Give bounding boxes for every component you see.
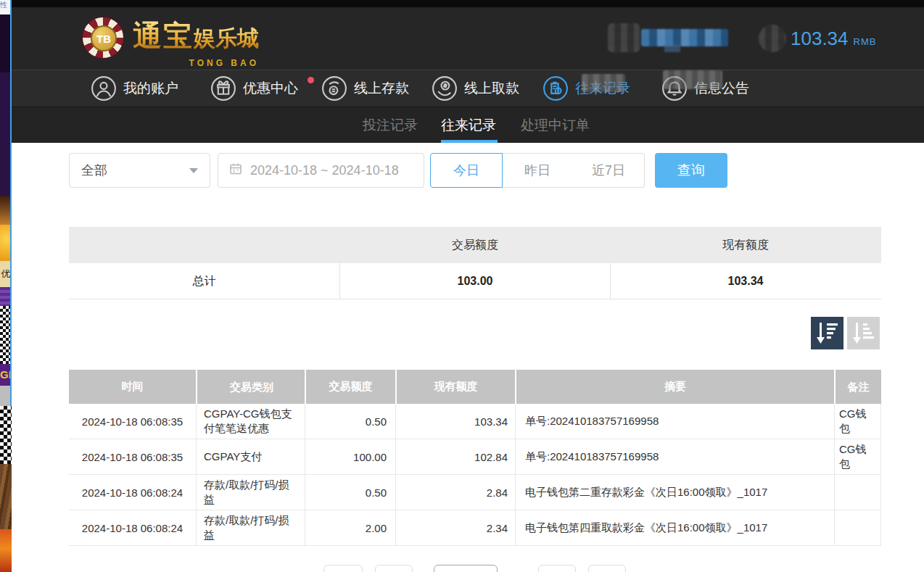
cell-note: CG钱包 (834, 439, 881, 474)
username-blurred-fragment (664, 45, 680, 52)
logo-name-cn-2: 娱乐城 (194, 26, 259, 50)
deposit-icon (321, 75, 347, 101)
summary-table-header: 交易额度 现有额度 (69, 227, 881, 263)
table-row: 2024-10-18 06:08:24 存款/取款/打码/损益 2.00 2.3… (69, 510, 881, 546)
chevron-down-icon (189, 168, 198, 173)
cell-amount: 100.00 (305, 439, 395, 474)
col-header-amount: 交易额度 (305, 370, 395, 404)
pagination-button-prev[interactable] (375, 565, 413, 572)
select-value: 全部 (81, 162, 189, 179)
promo-gift-icon (210, 75, 236, 101)
table-row: 2024-10-18 06:08:35 CGPAY-CG钱包支付笔笔送优惠 0.… (69, 404, 881, 439)
pagination-button-first[interactable] (323, 565, 363, 572)
summary-table-row: 总计 103.00 103.34 (69, 263, 881, 299)
records-icon (543, 75, 569, 101)
balance-amount: 103.34 (791, 28, 849, 50)
tab-transaction-records[interactable]: 往来记录 (441, 116, 496, 135)
table-row: 2024-10-18 06:08:24 存款/取款/打码/损益 0.50 2.8… (69, 475, 881, 510)
nav-label: 优惠中心 (243, 79, 298, 98)
cell-summary: 电子钱包第二重存款彩金《次日16:00领取》_1017 (515, 475, 834, 510)
summary-total-label: 总计 (69, 263, 339, 299)
quick-filter-last7days[interactable]: 近7日 (573, 153, 645, 188)
cell-amount: 2.00 (305, 510, 395, 545)
censor-blur-patch (582, 74, 625, 92)
col-header-summary: 摘要 (515, 370, 834, 404)
col-header-note: 备注 (834, 370, 881, 404)
notification-dot (308, 77, 314, 83)
cell-summary: 单号:202410183757169958 (515, 404, 834, 439)
tab-pending-orders[interactable]: 处理中订单 (521, 116, 590, 135)
balance-currency: RMB (854, 36, 877, 47)
table-row: 2024-10-18 06:08:35 CGPAY支付 100.00 102.8… (69, 439, 881, 475)
top-black-strip (12, 0, 924, 7)
cell-balance: 2.84 (395, 475, 515, 510)
cell-time: 2024-10-18 06:08:35 (69, 439, 196, 474)
account-icon (91, 75, 117, 101)
transaction-type-select[interactable]: 全部 (69, 153, 210, 188)
summary-transaction-total: 103.00 (339, 263, 610, 299)
nav-label: 线上存款 (354, 79, 409, 98)
col-header-type: 交易类别 (196, 370, 305, 404)
cell-note: CG钱包 (834, 404, 881, 439)
nav-item-my-account[interactable]: 我的账户 (91, 75, 178, 101)
withdraw-icon (432, 75, 458, 101)
main-page: TB 通宝娱乐城 TONG BAO 103.34 RMB 我的账户 优惠中心 (12, 0, 924, 572)
cell-summary: 电子钱包第四重取款彩金《次日16:00领取》_1017 (515, 510, 834, 545)
site-logo[interactable]: TB 通宝娱乐城 TONG BAO (82, 13, 259, 62)
cell-note (834, 475, 881, 510)
calendar-icon (228, 162, 243, 179)
pagination-button-last[interactable] (588, 565, 626, 572)
site-header: TB 通宝娱乐城 TONG BAO (12, 7, 924, 70)
coin-icon-blurred (759, 25, 786, 52)
casino-chip-icon: TB (82, 17, 124, 59)
cell-amount: 0.50 (305, 404, 395, 439)
nav-label: 线上取款 (464, 79, 519, 98)
summary-header-current-balance: 现有额度 (610, 238, 880, 253)
col-header-time: 时间 (69, 370, 196, 404)
sort-descending-button[interactable] (811, 317, 843, 349)
nav-item-online-deposit[interactable]: 线上存款 (321, 75, 409, 101)
quick-filter-today[interactable]: 今日 (430, 153, 503, 188)
cell-type: CGPAY支付 (196, 439, 305, 474)
cell-type: 存款/取款/打码/损益 (196, 510, 305, 545)
cell-time: 2024-10-18 06:08:24 (69, 510, 196, 545)
logo-text: 通宝娱乐城 TONG BAO (133, 16, 259, 59)
nav-item-online-withdraw[interactable]: 线上取款 (432, 75, 519, 101)
nav-label: 我的账户 (123, 79, 178, 98)
records-table: 时间 交易类别 交易额度 现有额度 摘要 备注 2024-10-18 06:08… (69, 370, 881, 546)
cell-balance: 102.84 (395, 439, 515, 474)
censor-blur-patch (663, 70, 722, 89)
pagination-button-next[interactable] (538, 565, 576, 572)
cell-time: 2024-10-18 06:08:35 (69, 404, 196, 439)
date-range-input[interactable]: 2024-10-18 ~ 2024-10-18 (218, 153, 424, 188)
user-avatar-blurred (608, 23, 640, 52)
sort-ascending-button[interactable] (847, 317, 880, 349)
tab-betting-records[interactable]: 投注记录 (363, 116, 418, 135)
pagination-current-page[interactable] (434, 565, 498, 572)
quick-filter-yesterday[interactable]: 昨日 (502, 153, 574, 188)
col-header-balance: 现有额度 (395, 370, 515, 404)
summary-header-transaction-amount: 交易额度 (339, 238, 610, 253)
records-table-header: 时间 交易类别 交易额度 现有额度 摘要 备注 (69, 370, 881, 404)
summary-table: 交易额度 现有额度 总计 103.00 103.34 (69, 227, 881, 299)
summary-current-balance: 103.34 (610, 263, 880, 299)
cell-type: CGPAY-CG钱包支付笔笔送优惠 (196, 404, 305, 439)
cell-amount: 0.50 (305, 475, 395, 510)
cell-balance: 103.34 (395, 404, 515, 439)
logo-name-en: TONG BAO (189, 58, 259, 68)
logo-name-cn-1: 通宝 (133, 20, 194, 51)
date-range-value: 2024-10-18 ~ 2024-10-18 (250, 163, 399, 178)
cell-note (834, 510, 881, 545)
search-button[interactable]: 查询 (655, 153, 727, 188)
cell-summary: 单号:202410183757169958 (515, 439, 834, 474)
cell-time: 2024-10-18 06:08:24 (69, 475, 196, 510)
balance-display: 103.34 RMB (791, 28, 876, 50)
cell-type: 存款/取款/打码/损益 (196, 475, 305, 510)
cell-balance: 2.34 (395, 510, 515, 545)
chip-label: TB (91, 25, 117, 51)
username-blurred (641, 29, 728, 46)
nav-item-promotions[interactable]: 优惠中心 (210, 75, 298, 101)
